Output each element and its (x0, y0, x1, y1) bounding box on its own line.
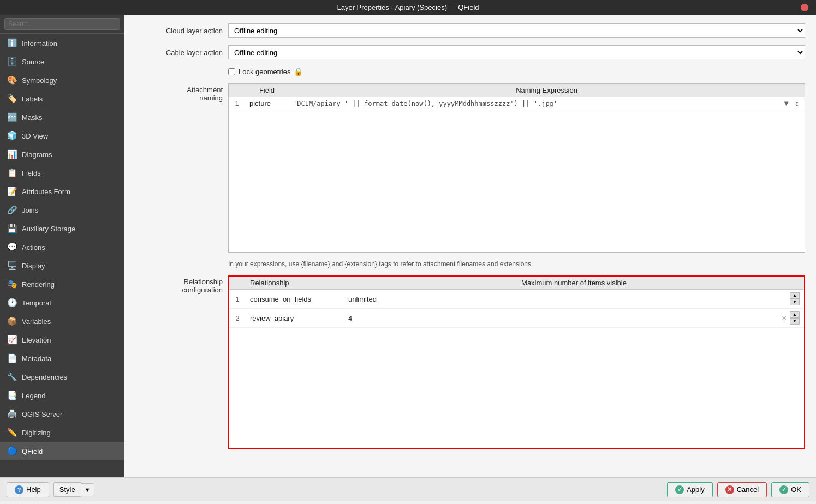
rel-row2-max-items: 4 ✕ ▲ ▼ (344, 309, 804, 328)
sidebar-item-dependencies[interactable]: 🔧 Dependencies (0, 368, 124, 386)
rel-row1-spin-up[interactable]: ▲ (790, 292, 800, 299)
cancel-button[interactable]: ✕ Cancel (717, 482, 767, 497)
sidebar-item-qfield[interactable]: 🔵 QField (0, 442, 124, 460)
sidebar-item-source[interactable]: 🗄️ Source (0, 52, 124, 71)
rel-row2-spin-up[interactable]: ▲ (790, 311, 800, 318)
lock-geometries-row: Lock geometries 🔒 (228, 67, 805, 76)
sidebar-icon-elevation: 📈 (7, 334, 17, 345)
sidebar-item-qgis-server[interactable]: 🖨️ QGIS Server (0, 405, 124, 423)
sidebar-item-attributes-form[interactable]: 📝 Attributes Form (0, 182, 124, 201)
rel-row2-clear-btn[interactable]: ✕ (781, 315, 788, 322)
attachment-naming-table: Field Naming Expression 1 picture 'DCIM/… (229, 84, 805, 110)
sidebar-item-legend[interactable]: 📑 Legend (0, 386, 124, 405)
attachment-naming-table-wrap: Field Naming Expression 1 picture 'DCIM/… (228, 83, 805, 253)
sidebar-icon-attributes-form: 📝 (7, 186, 17, 197)
relationship-config-section: Relationshipconfiguration Relationship M… (135, 275, 805, 449)
att-col-field: Field (245, 84, 289, 97)
att-row-expression: 'DCIM/apiary_' || format_date(now(),'yyy… (289, 97, 805, 110)
sidebar-icon-3dview: 🧊 (7, 130, 17, 141)
sidebar-icon-display: 🖥️ (7, 260, 17, 271)
rel-row1-spin-down[interactable]: ▼ (790, 299, 800, 305)
sidebar-label-fields: Fields (22, 169, 41, 177)
cloud-layer-control: Offline editing Online editing Disabled (228, 23, 805, 38)
lock-icon: 🔒 (294, 67, 303, 76)
table-row: 1 consume_on_fields unlimited ▲ ▼ (229, 290, 804, 309)
sidebar-item-symbology[interactable]: 🎨 Symbology (0, 71, 124, 89)
sidebar-icon-qgis-server: 🖨️ (7, 409, 17, 419)
apply-icon: ✓ (675, 485, 684, 494)
sidebar-label-actions: Actions (22, 243, 45, 251)
help-label: Help (26, 485, 41, 494)
style-dropdown-button[interactable]: ▼ (81, 483, 94, 496)
content-area: Cloud layer action Offline editing Onlin… (124, 15, 816, 477)
rel-row2-spin-down[interactable]: ▼ (790, 318, 800, 325)
sidebar-label-auxiliary-storage: Auxiliary Storage (22, 225, 75, 233)
bottom-bar: ? Help Style ▼ ✓ Apply ✕ Cancel ✓ OK (0, 477, 816, 501)
relationship-config-table: Relationship Maximum number of items vis… (229, 277, 804, 328)
sidebar-label-qgis-server: QGIS Server (22, 410, 62, 418)
bottom-right: ✓ Apply ✕ Cancel ✓ OK (667, 482, 809, 497)
ok-button[interactable]: ✓ OK (771, 482, 809, 497)
apply-button[interactable]: ✓ Apply (667, 482, 713, 497)
attachment-naming-section: Attachmentnaming Field Naming Expression… (135, 83, 805, 253)
sidebar-item-display[interactable]: 🖥️ Display (0, 256, 124, 275)
sidebar-item-temporal[interactable]: 🕐 Temporal (0, 293, 124, 312)
style-button-group: Style ▼ (53, 482, 94, 497)
relationship-config-table-wrap: Relationship Maximum number of items vis… (228, 275, 805, 449)
sidebar-item-variables[interactable]: 📦 Variables (0, 312, 124, 331)
hint-text: In your expressions, use {filename} and … (228, 260, 805, 268)
cable-layer-label: Cable layer action (135, 49, 223, 57)
sidebar-icon-metadata: 📄 (7, 353, 17, 364)
sidebar-label-qfield: QField (22, 447, 43, 455)
sidebar-item-rendering[interactable]: 🎭 Rendering (0, 275, 124, 293)
sidebar-icon-digitizing: ✏️ (7, 427, 17, 438)
lock-geometries-checkbox[interactable] (228, 68, 235, 75)
lock-geometries-label: Lock geometries (239, 68, 290, 76)
att-col-num (229, 84, 245, 97)
sidebar-label-display: Display (22, 262, 45, 270)
sidebar-item-elevation[interactable]: 📈 Elevation (0, 331, 124, 349)
sidebar-item-metadata[interactable]: 📄 Metadata (0, 349, 124, 368)
sidebar-label-metadata: Metadata (22, 355, 51, 363)
sidebar-icon-variables: 📦 (7, 316, 17, 327)
apply-label: Apply (687, 485, 705, 494)
sidebar-label-elevation: Elevation (22, 336, 51, 344)
titlebar: Layer Properties - Apiary (Species) — QF… (0, 0, 816, 15)
rel-row1-max-items: unlimited ▲ ▼ (344, 290, 804, 309)
sidebar-item-actions[interactable]: 💬 Actions (0, 238, 124, 256)
sidebar-label-symbology: Symbology (22, 76, 57, 85)
rel-row1-relationship: consume_on_fields (246, 290, 344, 309)
sidebar-item-fields[interactable]: 📋 Fields (0, 164, 124, 182)
sidebar-item-joins[interactable]: 🔗 Joins (0, 201, 124, 219)
sidebar-icon-source: 🗄️ (7, 56, 17, 67)
close-button[interactable] (801, 4, 808, 11)
rel-col-max-items: Maximum number of items visible (344, 277, 804, 290)
sidebar-icon-temporal: 🕐 (7, 297, 17, 308)
sidebar-icon-diagrams: 📊 (7, 149, 17, 160)
sidebar-item-labels[interactable]: 🏷️ Labels (0, 89, 124, 108)
sidebar-label-masks: Masks (22, 113, 43, 122)
cloud-layer-select[interactable]: Offline editing Online editing Disabled (228, 23, 805, 38)
sidebar-item-digitizing[interactable]: ✏️ Digitizing (0, 423, 124, 442)
att-edit-btn[interactable]: ε (794, 99, 800, 107)
sidebar-item-masks[interactable]: 🔤 Masks (0, 108, 124, 127)
table-row: 2 review_apiary 4 ✕ ▲ ▼ (229, 309, 804, 328)
sidebar-item-diagrams[interactable]: 📊 Diagrams (0, 145, 124, 164)
cable-layer-select[interactable]: Offline editing Online editing Disabled (228, 45, 805, 59)
sidebar-icon-actions: 💬 (7, 242, 17, 253)
sidebar-item-3dview[interactable]: 🧊 3D View (0, 127, 124, 145)
cable-layer-control: Offline editing Online editing Disabled (228, 45, 805, 59)
sidebar-item-information[interactable]: ℹ️ Information (0, 34, 124, 52)
bottom-left: ? Help Style ▼ (7, 482, 94, 497)
att-dropdown-btn[interactable]: ▼ (781, 99, 791, 107)
style-main-button[interactable]: Style (53, 482, 81, 497)
search-input[interactable] (4, 18, 120, 30)
sidebar-label-joins: Joins (22, 206, 38, 214)
sidebar-icon-auxiliary-storage: 💾 (7, 223, 17, 234)
cancel-icon: ✕ (725, 485, 734, 494)
sidebar-label-labels: Labels (22, 95, 43, 103)
att-row-num: 1 (229, 97, 245, 110)
sidebar-item-auxiliary-storage[interactable]: 💾 Auxiliary Storage (0, 219, 124, 238)
help-button[interactable]: ? Help (7, 482, 49, 497)
cable-layer-row: Cable layer action Offline editing Onlin… (135, 45, 805, 59)
